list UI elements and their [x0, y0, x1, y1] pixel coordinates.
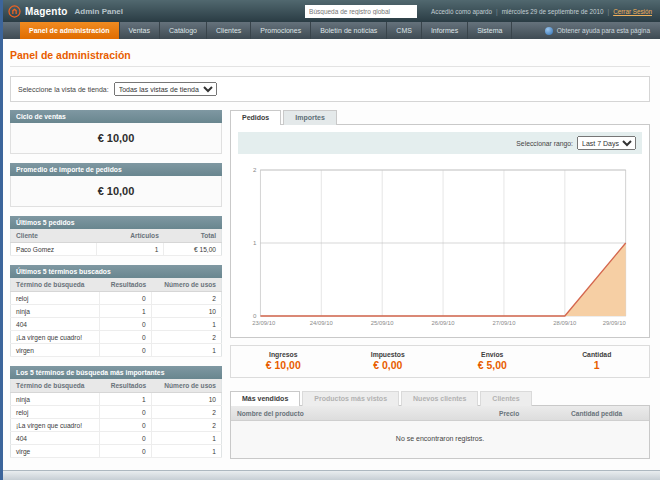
table-row[interactable]: ¡La virgen que cuadro! 0 2: [11, 331, 222, 344]
page-help-link[interactable]: Obtener ayuda para esta página: [545, 22, 660, 39]
logged-in-as: Accedió como apardo: [431, 8, 492, 15]
store-view-bar: Seleccione la vista de tienda: Todas las…: [10, 76, 650, 102]
card-title: Promedio de importe de pedidos: [10, 163, 222, 176]
svg-text:26/09/10: 26/09/10: [432, 320, 456, 326]
table-row[interactable]: ninja 1 10: [11, 305, 222, 318]
average-order-card: Promedio de importe de pedidos € 10,00: [10, 163, 222, 207]
stat-envios: Envíos € 5,00: [440, 351, 545, 371]
store-view-select[interactable]: Todas las vistas de tienda: [114, 82, 217, 96]
nav-item-catalogo[interactable]: Catálogo: [160, 22, 207, 39]
svg-text:1: 1: [253, 240, 257, 246]
card-title: Los 5 términos de búsqueda más important…: [10, 366, 222, 379]
stat-cantidad: Cantidad 1: [545, 351, 650, 371]
top-search-table: Término de búsqueda Resultados Número de…: [10, 379, 222, 458]
last-orders-card: Últimos 5 pedidos Cliente Artículos Tota…: [10, 216, 222, 256]
chart-wrap: 01223/09/1024/09/1025/09/1026/09/1027/09…: [238, 160, 642, 330]
svg-text:23/09/10: 23/09/10: [252, 320, 276, 326]
table-row[interactable]: virge 0 1: [11, 445, 222, 458]
main-nav: Panel de administración Ventas Catálogo …: [0, 22, 660, 39]
range-label: Seleccionar rango:: [516, 140, 573, 147]
table-row[interactable]: virgen 0 1: [11, 344, 222, 357]
dashboard-right-column: Pedidos Importes Seleccionar rango: Last…: [230, 110, 650, 459]
col-header: Total: [164, 229, 222, 243]
orders-chart: 01223/09/1024/09/1025/09/1026/09/1027/09…: [240, 162, 640, 330]
bestsellers-table: Nombre del producto Precio Cantidad pedi…: [231, 406, 649, 458]
svg-text:29/09/10: 29/09/10: [603, 320, 627, 326]
logout-link[interactable]: Cerrar Sesión: [613, 8, 652, 15]
col-header: Cantidad pedida: [565, 406, 649, 421]
tab-pedidos[interactable]: Pedidos: [230, 110, 281, 125]
nav-item-ventas[interactable]: Ventas: [120, 22, 160, 39]
col-header: Número de usos: [151, 379, 221, 393]
svg-text:28/09/10: 28/09/10: [553, 320, 577, 326]
average-order-value: € 10,00: [10, 176, 222, 207]
last-orders-table: Cliente Artículos Total Paco Gomez 1 € 1…: [10, 229, 222, 256]
tab-mas-vendidos[interactable]: Más vendidos: [230, 391, 300, 406]
table-row[interactable]: 404 0 1: [11, 432, 222, 445]
svg-text:25/09/10: 25/09/10: [371, 320, 395, 326]
brand-title: Magento: [25, 6, 68, 17]
svg-text:24/09/10: 24/09/10: [310, 320, 334, 326]
range-select[interactable]: Last 7 Days: [577, 136, 636, 150]
tab-nuevos-clientes[interactable]: Nuevos clientes: [401, 391, 478, 406]
global-search-input[interactable]: [305, 5, 417, 18]
empty-row: No se encontraron registros.: [231, 421, 649, 459]
page-title: Panel de administración: [10, 43, 650, 67]
table-row[interactable]: reloj 0 2: [11, 406, 222, 419]
lifetime-sales-value: € 10,00: [10, 123, 222, 154]
magento-logo-icon: [8, 5, 21, 18]
brand-subtitle: Admin Panel: [75, 7, 123, 16]
totals-row: Ingresos € 10,00 Impuestos € 0,00 Envíos…: [230, 345, 650, 378]
svg-text:2: 2: [253, 167, 257, 173]
svg-text:0: 0: [253, 313, 257, 319]
table-row[interactable]: ¡La virgen que cuadro! 0 2: [11, 419, 222, 432]
col-header: Término de búsqueda: [11, 379, 100, 393]
card-title: Últimos 5 pedidos: [10, 216, 222, 229]
col-header: Cliente: [11, 229, 97, 243]
tab-clientes[interactable]: Clientes: [480, 391, 531, 406]
table-row[interactable]: Paco Gomez 1 € 15,00: [11, 243, 222, 256]
stat-ingresos: Ingresos € 10,00: [231, 351, 336, 371]
table-row[interactable]: 404 0 1: [11, 318, 222, 331]
bestsellers-panel: Nombre del producto Precio Cantidad pedi…: [230, 405, 650, 459]
table-row[interactable]: reloj 0 2: [11, 292, 222, 305]
store-view-label: Seleccione la vista de tienda:: [18, 86, 109, 93]
window-left-edge: [0, 0, 3, 480]
tab-importes[interactable]: Importes: [283, 110, 337, 125]
top-search-terms-card: Los 5 términos de búsqueda más important…: [10, 366, 222, 458]
col-header: Artículos: [96, 229, 163, 243]
stat-impuestos: Impuestos € 0,00: [336, 351, 441, 371]
help-label: Obtener ayuda para esta página: [557, 27, 650, 34]
range-bar: Seleccionar rango: Last 7 Days: [238, 132, 642, 154]
col-header: Precio: [493, 406, 565, 421]
header: Magento Admin Panel Accedió como apardo …: [0, 0, 660, 22]
nav-item-informes[interactable]: Informes: [422, 22, 468, 39]
nav-item-promociones[interactable]: Promociones: [251, 22, 311, 39]
page-content: Panel de administración Seleccione la vi…: [0, 39, 660, 467]
lifetime-sales-card: Ciclo de ventas € 10,00: [10, 110, 222, 154]
tab-productos-mas-vistos[interactable]: Productos más vistos: [302, 391, 399, 406]
header-separator: |: [496, 8, 498, 15]
header-separator: |: [608, 8, 610, 15]
svg-text:27/09/10: 27/09/10: [492, 320, 516, 326]
col-header: Término de búsqueda: [11, 278, 100, 292]
col-header: Resultados: [100, 379, 151, 393]
card-title: Ciclo de ventas: [10, 110, 222, 123]
window-bottom-bar: [0, 470, 660, 480]
nav-item-clientes[interactable]: Clientes: [207, 22, 251, 39]
col-header: Resultados: [100, 278, 151, 292]
dashboard-left-column: Ciclo de ventas € 10,00 Promedio de impo…: [10, 110, 222, 467]
orders-chart-panel: Seleccionar rango: Last 7 Days 01223/09/…: [230, 124, 650, 338]
current-date: miércoles 29 de septiembre de 2010: [502, 8, 604, 15]
nav-item-sistema[interactable]: Sistema: [468, 22, 512, 39]
nav-item-dashboard[interactable]: Panel de administración: [20, 22, 120, 39]
nav-item-cms[interactable]: CMS: [387, 22, 422, 39]
last-search-table: Término de búsqueda Resultados Número de…: [10, 278, 222, 357]
col-header: Número de usos: [151, 278, 221, 292]
empty-message: No se encontraron registros.: [231, 421, 649, 459]
nav-item-boletin[interactable]: Boletín de noticias: [311, 22, 387, 39]
last-search-terms-card: Últimos 5 términos buscados Término de b…: [10, 265, 222, 357]
table-row[interactable]: ninja 1 10: [11, 393, 222, 406]
col-header: Nombre del producto: [231, 406, 493, 421]
card-title: Últimos 5 términos buscados: [10, 265, 222, 278]
